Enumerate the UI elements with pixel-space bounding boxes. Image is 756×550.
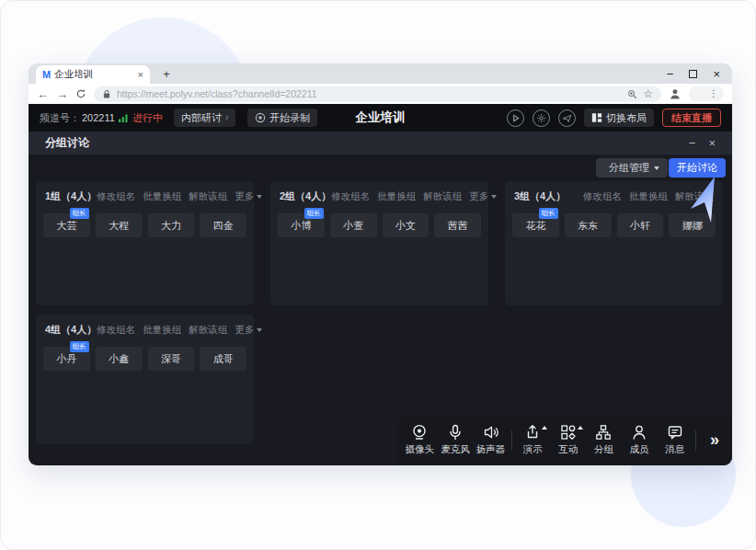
speaker-button[interactable]: 扬声器: [473, 424, 509, 456]
more-action[interactable]: 更多: [469, 190, 497, 203]
lock-icon: [102, 89, 111, 99]
present-icon: [524, 424, 541, 441]
playback-icon[interactable]: [507, 109, 524, 127]
dropdown-triangle-icon: [542, 426, 547, 430]
member-tile[interactable]: 小文: [383, 213, 430, 237]
dissolve-group-action[interactable]: 解散该组: [189, 190, 227, 203]
rename-group-action[interactable]: 修改组名: [583, 190, 622, 203]
microphone-label: 麦克风: [441, 443, 470, 456]
member-tile[interactable]: 小萱: [330, 213, 377, 237]
more-label: 更多: [235, 324, 254, 337]
camera-button[interactable]: 摄像头: [402, 424, 438, 456]
member-tile[interactable]: 成哥: [200, 347, 246, 371]
group-manage-button[interactable]: 分组管理 分组管理: [596, 158, 668, 178]
member-name: 小萱: [343, 219, 363, 233]
browser-tab-strip: M 企业培训 × + − ×: [29, 63, 732, 84]
leader-badge: 组长: [70, 341, 89, 352]
member-tile[interactable]: 小丹组长: [43, 347, 90, 371]
batch-move-action[interactable]: 批量换组: [143, 324, 181, 337]
switch-layout-button[interactable]: 切换布局: [584, 109, 654, 127]
rename-group-action[interactable]: 修改组名: [97, 190, 135, 203]
window-minimize-icon[interactable]: −: [667, 68, 674, 80]
members-label: 成员: [630, 443, 649, 456]
live-toolbar: 频道号： 202211 进行中 内部研讨 › 开始录制 企业培训: [29, 104, 732, 132]
dissolve-group-action[interactable]: 解散该组: [423, 190, 462, 203]
browser-menu-button[interactable]: ⋮: [689, 86, 724, 101]
window-maximize-icon[interactable]: [689, 70, 697, 78]
dock-divider: [695, 430, 696, 451]
switch-layout-label: 切换布局: [606, 111, 647, 125]
rename-group-action[interactable]: 修改组名: [331, 190, 370, 203]
group-title: 4组（4人）: [45, 323, 97, 337]
member-tile[interactable]: 茜茜: [434, 213, 481, 237]
member-tile[interactable]: 小鑫: [96, 347, 143, 371]
internal-discussion-button[interactable]: 内部研讨 ›: [174, 109, 235, 127]
member-tile[interactable]: 小博组长: [278, 213, 325, 237]
rename-group-action[interactable]: 修改组名: [97, 324, 135, 337]
url-bar[interactable]: https://meet.polyv.net/class?channelId=2…: [94, 86, 661, 102]
forward-icon[interactable]: →: [56, 88, 68, 100]
start-record-button[interactable]: 开始录制: [247, 109, 317, 127]
interact-label: 互动: [558, 443, 578, 456]
batch-move-action[interactable]: 批量换组: [629, 190, 668, 203]
members-button[interactable]: 成员: [622, 424, 658, 456]
member-name: 四金: [213, 219, 234, 233]
panel-minimize-icon[interactable]: −: [689, 137, 696, 149]
member-tile[interactable]: 四金: [200, 213, 246, 237]
batch-move-action[interactable]: 批量换组: [143, 190, 181, 203]
back-icon[interactable]: ←: [37, 88, 49, 100]
members-icon: [631, 424, 647, 441]
member-tile[interactable]: 大力: [148, 213, 195, 237]
end-live-button[interactable]: 结束直播: [662, 109, 721, 127]
message-button[interactable]: 消息: [657, 424, 693, 456]
speaker-label: 扬声器: [476, 443, 506, 456]
member-tile[interactable]: 小轩: [617, 213, 664, 237]
member-tile[interactable]: 大程: [96, 213, 143, 237]
more-action[interactable]: 更多: [235, 190, 262, 203]
groups-button[interactable]: 分组: [586, 424, 622, 456]
interact-button[interactable]: 互动: [551, 424, 587, 456]
panel-close-icon[interactable]: ×: [708, 137, 716, 149]
member-name: 成哥: [213, 352, 234, 366]
microphone-button[interactable]: 麦克风: [438, 424, 474, 456]
present-label: 演示: [523, 443, 543, 456]
chevron-right-icon: ›: [225, 113, 228, 122]
reload-icon[interactable]: [75, 88, 86, 99]
settings-gear-icon[interactable]: [533, 109, 550, 127]
share-plane-icon[interactable]: [558, 109, 576, 127]
member-tile[interactable]: 东东: [565, 213, 612, 237]
browser-tab[interactable]: M 企业培训 ×: [36, 65, 150, 84]
member-tile[interactable]: 深哥: [148, 347, 195, 371]
batch-move-action[interactable]: 批量换组: [377, 190, 416, 203]
start-record-label: 开始录制: [269, 111, 310, 125]
more-label: 更多: [235, 190, 254, 203]
zoom-icon[interactable]: [627, 89, 637, 99]
dock-divider: [511, 430, 512, 451]
window-close-icon[interactable]: ×: [713, 68, 720, 80]
member-name: 深哥: [161, 352, 181, 366]
internal-discussion-label: 内部研讨: [181, 111, 222, 125]
more-action[interactable]: 更多: [235, 324, 262, 337]
mouse-cursor-icon: [690, 176, 725, 223]
breakout-panel-header: 分组讨论 − ×: [29, 132, 732, 155]
chevron-down-icon: [654, 166, 659, 170]
dock-expand-button[interactable]: »: [699, 430, 730, 450]
bookmark-star-icon[interactable]: ☆: [643, 88, 653, 99]
new-tab-button[interactable]: +: [159, 66, 174, 81]
group-card-2: 2组（4人） 修改组名 批量换组 解散该组 更多 小博组长 小萱 小文 茜茜: [270, 181, 488, 305]
member-tile[interactable]: 大芸组长: [43, 213, 90, 237]
member-tile[interactable]: 花花组长: [512, 213, 559, 237]
kebab-menu-icon: ⋮: [709, 89, 718, 98]
browser-window: M 企业培训 × + − × ← → https://meet.polyv: [29, 63, 732, 465]
message-icon: [667, 424, 683, 441]
tab-close-icon[interactable]: ×: [138, 70, 143, 80]
channel-id: 202211: [82, 112, 115, 123]
layout-grid-icon: [591, 112, 602, 123]
member-name: 小鑫: [109, 352, 129, 366]
present-button[interactable]: 演示: [515, 424, 551, 456]
profile-avatar-icon[interactable]: [669, 87, 682, 100]
member-name: 大力: [161, 219, 181, 233]
groups-label: 分组: [594, 443, 613, 456]
start-discussion-button[interactable]: 开始讨论: [669, 158, 726, 178]
dissolve-group-action[interactable]: 解散该组: [189, 324, 227, 337]
